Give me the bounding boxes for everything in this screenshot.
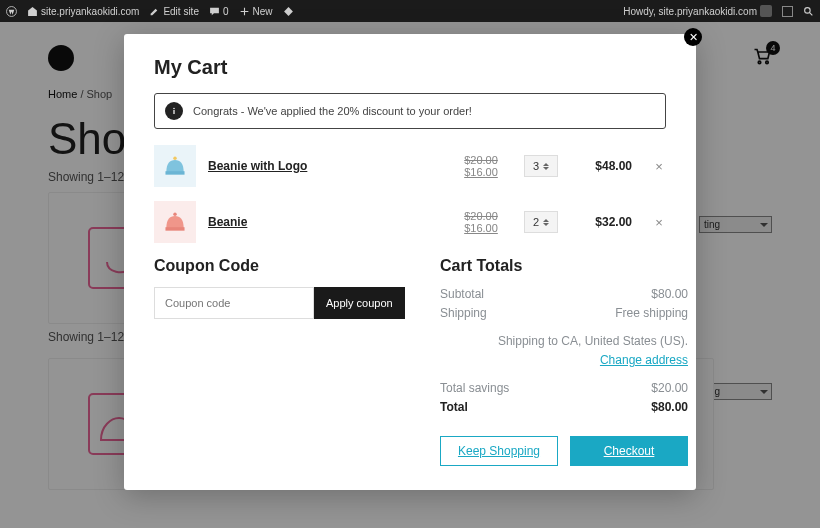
coupon-input[interactable] [154, 287, 314, 319]
cart-item: Beanie $20.00$16.00 2 $32.00 × [154, 201, 666, 243]
remove-item-button[interactable]: × [652, 159, 666, 173]
keep-shopping-button[interactable]: Keep Shopping [440, 436, 558, 466]
wp-fullscreen-icon[interactable] [782, 6, 793, 17]
savings-row: Total savings$20.00 [440, 381, 688, 395]
wp-new[interactable]: New [239, 6, 273, 17]
wp-site-name[interactable]: site.priyankaokidi.com [27, 6, 139, 17]
quantity-stepper[interactable]: 2 [524, 211, 558, 233]
cart-item: Beanie with Logo $20.00$16.00 3 $48.00 × [154, 145, 666, 187]
svg-rect-8 [165, 227, 184, 230]
svg-rect-5 [173, 110, 174, 114]
svg-point-1 [805, 7, 811, 12]
checkout-button[interactable]: Checkout [570, 436, 688, 466]
info-icon [165, 102, 183, 120]
product-name-link[interactable]: Beanie with Logo [208, 159, 438, 173]
ship-to-text: Shipping to CA, United States (US). [440, 334, 688, 348]
wp-comments[interactable]: 0 [209, 6, 229, 17]
close-icon[interactable]: ✕ [684, 28, 702, 46]
wp-admin-bar: site.priyankaokidi.com Edit site 0 New H… [0, 0, 820, 22]
price-col: $20.00$16.00 [450, 210, 512, 234]
cart-title: My Cart [154, 56, 666, 79]
line-total: $48.00 [570, 159, 632, 173]
price-col: $20.00$16.00 [450, 154, 512, 178]
svg-point-9 [173, 212, 176, 215]
coupon-heading: Coupon Code [154, 257, 400, 275]
wp-edit-site[interactable]: Edit site [149, 6, 199, 17]
shipping-row: ShippingFree shipping [440, 306, 688, 320]
svg-rect-6 [165, 171, 184, 174]
apply-coupon-button[interactable]: Apply coupon [314, 287, 405, 319]
change-address-link[interactable]: Change address [600, 353, 688, 367]
notice-text: Congrats - We've applied the 20% discoun… [193, 105, 472, 117]
product-name-link[interactable]: Beanie [208, 215, 438, 229]
remove-item-button[interactable]: × [652, 215, 666, 229]
product-thumb[interactable] [154, 145, 196, 187]
svg-point-4 [173, 108, 175, 110]
wp-logo[interactable] [6, 6, 17, 17]
line-total: $32.00 [570, 215, 632, 229]
wp-howdy[interactable]: Howdy, site.priyankaokidi.com [623, 5, 772, 17]
discount-notice: Congrats - We've applied the 20% discoun… [154, 93, 666, 129]
total-row: Total$80.00 [440, 400, 688, 414]
svg-point-7 [173, 156, 176, 159]
wp-search-icon[interactable] [803, 6, 814, 17]
subtotal-row: Subtotal$80.00 [440, 287, 688, 301]
cart-modal: ✕ My Cart Congrats - We've applied the 2… [124, 34, 696, 490]
avatar [760, 5, 772, 17]
quantity-stepper[interactable]: 3 [524, 155, 558, 177]
product-thumb[interactable] [154, 201, 196, 243]
totals-heading: Cart Totals [440, 257, 688, 275]
wp-diamond-icon[interactable] [283, 6, 294, 17]
